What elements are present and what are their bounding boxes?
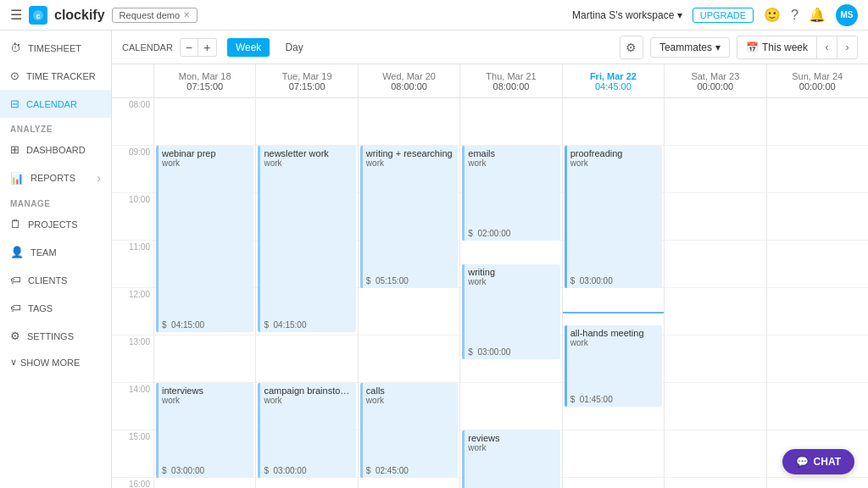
sidebar-item-time-tracker[interactable]: ⊙ TIME TRACKER [0,62,111,90]
sidebar-item-label: CLIENTS [28,275,67,286]
event-duration: $ 02:00:00 [468,229,510,238]
day-col-sun: Sun, Mar 24 00:00:00 [767,64,868,488]
day-col-fri: Fri, Mar 22 04:45:00 proofreading [563,64,665,488]
days-grid: Mon, Mar 18 07:15:00 webinar prep [154,64,868,488]
day-name-fri: Fri, Mar 22 [590,71,637,81]
event-all-hands-meeting[interactable]: all-hands meeting work $ 01:45:00 [565,325,662,407]
sidebar-item-settings[interactable]: ⚙ SETTINGS [0,322,111,350]
show-more-button[interactable]: ∨ SHOW MORE [0,350,111,374]
prev-week-button[interactable]: ‹ [816,36,837,58]
event-writing-researching[interactable]: writing + researching work $ 05:15:00 [360,146,458,288]
day-slots-thu: emails work $ 02:00:00 writing work $ 03… [460,98,561,488]
sidebar-item-timesheet[interactable]: ⏱ TIMESHEET [0,34,111,62]
event-label: work [570,158,659,168]
day-total-tue: 07:15:00 [289,81,326,92]
sidebar-item-calendar[interactable]: ⊟ CALENDAR [0,90,111,118]
event-label: work [366,396,454,405]
close-icon[interactable]: ✕ [183,10,190,19]
day-slots-wed: writing + researching work $ 05:15:00 ca… [359,98,459,488]
zoom-out-button[interactable]: − [180,38,198,57]
request-demo-label: Request demo [120,10,181,20]
time-tracker-icon: ⊙ [10,69,19,82]
bell-icon[interactable]: 🔔 [809,7,826,23]
top-bar: ☰ c clockify Request demo ✕ Martina S's … [0,0,868,30]
day-name-sat: Sat, Mar 23 [691,71,739,81]
day-header-thu: Thu, Mar 21 08:00:00 [460,64,561,98]
top-bar-left: ☰ c clockify Request demo ✕ [10,6,198,25]
day-header-wed: Wed, Mar 20 08:00:00 [359,64,459,98]
sidebar-item-tags[interactable]: 🏷 TAGS [0,294,111,322]
tab-day[interactable]: Day [276,38,311,57]
avatar[interactable]: MS [836,4,858,26]
event-newsletter-work[interactable]: newsletter work work $ 04:15:00 [258,146,355,332]
clients-icon: 🏷 [10,274,21,286]
projects-icon: 🗒 [10,218,21,230]
event-calls[interactable]: calls work $ 02:45:00 [360,383,458,478]
event-title: reviews [468,433,556,443]
time-slot: 08:00 [112,98,153,146]
event-writing[interactable]: writing work $ 03:00:00 [462,264,559,359]
sidebar-item-clients[interactable]: 🏷 CLIENTS [0,266,111,294]
chat-button[interactable]: 💬 CHAT [782,449,854,474]
event-duration: $ 01:45:00 [570,395,613,404]
calendar-mini-icon: 📅 [746,42,759,53]
event-title: interviews [162,385,250,396]
calendar-grid: 08:00 09:00 10:00 11:00 12:00 13:00 14:0… [112,64,868,488]
zoom-in-button[interactable]: + [198,38,217,57]
event-campaign-brainstorming[interactable]: campaign brainstorming work $ 03:00:00 [258,383,355,478]
day-name-thu: Thu, Mar 21 [486,71,536,81]
event-label: work [468,277,556,286]
event-label: work [264,396,352,405]
event-duration: $ 04:15:00 [162,320,204,330]
day-header-sat: Sat, Mar 23 00:00:00 [665,64,765,98]
time-column: 08:00 09:00 10:00 11:00 12:00 13:00 14:0… [112,64,154,488]
event-title: all-hands meeting [570,328,659,338]
upgrade-button[interactable]: UPGRADE [693,8,754,23]
day-header-fri: Fri, Mar 22 04:45:00 [563,64,664,98]
day-name-sun: Sun, Mar 24 [792,71,843,81]
chat-icon: 💬 [796,456,809,468]
event-title: emails [468,148,556,158]
top-bar-right: Martina S's workspace UPGRADE 🙂 ? 🔔 MS [572,4,858,26]
event-label: work [468,158,556,168]
help-icon[interactable]: ? [791,8,798,23]
smiley-icon[interactable]: 🙂 [764,7,781,23]
day-name-wed: Wed, Mar 20 [382,71,436,81]
event-interviews[interactable]: interviews work $ 03:00:00 [156,383,253,478]
day-slots-fri: proofreading work $ 03:00:00 all-hands m… [563,98,664,488]
day-header-mon: Mon, Mar 18 07:15:00 [154,64,255,98]
sidebar-item-dashboard[interactable]: ⊞ DASHBOARD [0,136,111,164]
day-header-tue: Tue, Mar 19 07:15:00 [256,64,357,98]
teammates-button[interactable]: Teammates ▾ [650,37,730,58]
sidebar-item-projects[interactable]: 🗒 PROJECTS [0,210,111,238]
calendar-nav-icon: ⊟ [10,97,19,110]
toolbar: CALENDAR − + Week Day ⚙ Teammates ▾ 📅 Th… [112,30,868,64]
event-emails[interactable]: emails work $ 02:00:00 [462,146,559,241]
day-col-thu: Thu, Mar 21 08:00:00 emails [460,64,562,488]
request-demo-button[interactable]: Request demo ✕ [112,8,198,23]
calendar-settings-button[interactable]: ⚙ [620,36,643,59]
tags-icon: 🏷 [10,302,21,314]
event-duration: $ 03:00:00 [570,276,613,286]
dashboard-icon: ⊞ [10,143,19,156]
event-duration: $ 04:15:00 [264,320,306,330]
hamburger-icon[interactable]: ☰ [10,7,22,23]
tab-week[interactable]: Week [227,38,270,57]
event-duration: $ 03:00:00 [162,466,204,475]
logo-text: clockify [54,8,105,23]
event-title: writing [468,267,556,277]
next-week-button[interactable]: › [837,36,857,58]
event-reviews[interactable]: reviews work $ 03:00:00 [462,430,559,488]
sidebar-item-team[interactable]: 👤 TEAM [0,238,111,266]
event-label: work [162,396,250,405]
sidebar-item-label: REPORTS [31,173,75,183]
sidebar-item-reports[interactable]: 📊 REPORTS [0,164,111,192]
event-title: writing + researching [366,148,454,158]
analyze-section-label: ANALYZE [0,118,111,136]
event-title: proofreading [570,148,659,158]
chevron-down-icon: ∨ [10,357,17,368]
event-webinar-prep[interactable]: webinar prep work $ 04:15:00 [156,146,253,332]
event-proofreading[interactable]: proofreading work $ 03:00:00 [565,146,662,288]
workspace-selector[interactable]: Martina S's workspace [572,9,682,21]
time-slot: 13:00 [112,336,153,383]
